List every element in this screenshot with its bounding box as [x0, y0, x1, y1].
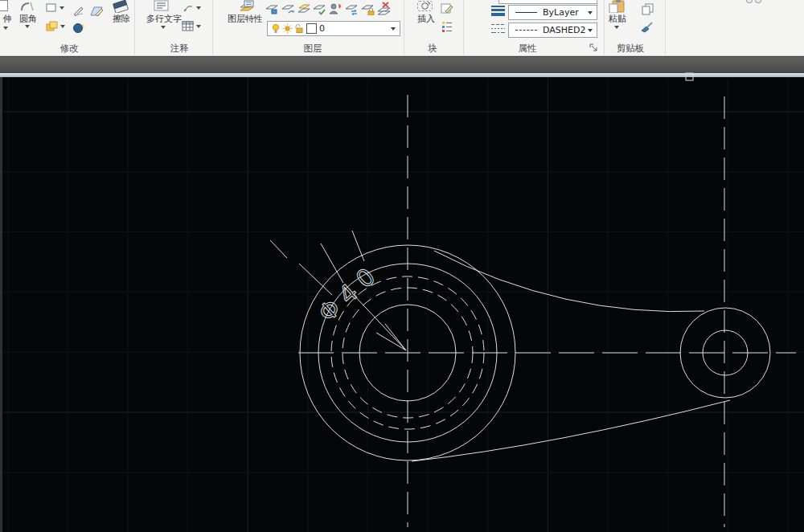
- layer-unlock-icon: [294, 23, 304, 34]
- leader-caret[interactable]: [196, 6, 201, 10]
- paste-dropdown-caret[interactable]: [614, 26, 619, 29]
- layer-lock-icon[interactable]: [360, 2, 375, 15]
- mtext-dropdown-caret[interactable]: [161, 26, 166, 29]
- current-layer-name: 0: [319, 23, 325, 34]
- panel-divider: [665, 0, 666, 55]
- insert-button[interactable]: 插入: [416, 13, 436, 25]
- panel-label-block: 块: [412, 43, 453, 55]
- panel-label-modify: 修改: [48, 43, 90, 55]
- app-window: 伸 圆角: [0, 0, 804, 532]
- stretch-dropdown-caret[interactable]: [3, 27, 8, 30]
- insert-block-icon: [416, 0, 435, 12]
- fillet-icon: [20, 1, 35, 11]
- layer-select-combo[interactable]: 0: [267, 21, 400, 36]
- layer-make-current-icon[interactable]: [265, 2, 279, 15]
- lineweight-value: ByLayer: [543, 7, 579, 18]
- layer-user-icon[interactable]: [327, 2, 343, 15]
- layer-delete-icon[interactable]: [376, 2, 392, 15]
- layer-match-icon[interactable]: [312, 2, 326, 15]
- rectangle-tool-icon[interactable]: [46, 3, 57, 13]
- attribute-manager-icon[interactable]: [441, 20, 453, 33]
- layer-isolate-icon[interactable]: [297, 2, 311, 15]
- panel-label-clipboard: 剪贴板: [604, 43, 657, 55]
- properties-dialog-launcher-icon[interactable]: [589, 43, 598, 52]
- panel-divider: [212, 0, 213, 55]
- lineweight-preview: [515, 12, 537, 13]
- panel-divider: [134, 0, 135, 55]
- mtext-icon: [154, 0, 170, 11]
- edit-pencil-icon[interactable]: [72, 6, 85, 16]
- layer-properties-icon: [238, 0, 255, 12]
- explode-icon[interactable]: [72, 22, 84, 34]
- fillet-dropdown-caret[interactable]: [25, 25, 30, 28]
- table-caret[interactable]: [196, 25, 201, 28]
- copy-objects-icon[interactable]: [46, 21, 59, 33]
- match-properties-brush-icon[interactable]: [640, 21, 654, 33]
- table-icon[interactable]: [182, 21, 194, 32]
- copy-clip-icon[interactable]: [641, 3, 654, 15]
- lineweight-combo-caret[interactable]: [588, 11, 593, 14]
- layer-previous-icon[interactable]: [281, 2, 295, 15]
- layer-combo-caret[interactable]: [391, 27, 396, 31]
- linetype-icon[interactable]: [490, 23, 506, 35]
- canvas-left-edge: [0, 77, 2, 532]
- edit-attribute-icon[interactable]: [441, 2, 453, 14]
- stretch-icon: [0, 0, 8, 11]
- erase-button[interactable]: 擦除: [110, 13, 133, 25]
- leader-icon[interactable]: [183, 3, 194, 13]
- layer-color-swatch: [306, 23, 317, 34]
- copy-objects-caret[interactable]: [60, 25, 65, 28]
- layer-sync-icon[interactable]: [344, 2, 359, 15]
- linetype-combo-caret[interactable]: [588, 29, 593, 32]
- titlebar-dot-icon: [746, 0, 753, 3]
- linetype-value: DASHED2: [543, 25, 585, 35]
- ribbon: 伸 圆角: [0, 0, 804, 56]
- lineweight-icon[interactable]: [490, 5, 506, 16]
- color-combo-partial[interactable]: [498, 0, 597, 4]
- paste-button[interactable]: 粘贴: [608, 13, 627, 25]
- lineweight-combo[interactable]: ByLayer: [508, 5, 597, 20]
- panel-divider: [404, 0, 404, 55]
- linetype-preview: [515, 30, 537, 31]
- panel-label-annotate: 注释: [158, 43, 200, 55]
- titlebar-dot-icon: [755, 0, 761, 3]
- paste-icon: [608, 0, 627, 13]
- stretch-button[interactable]: 伸: [1, 13, 14, 25]
- layer-properties-button[interactable]: 图层特性: [226, 13, 265, 25]
- panel-divider: [463, 0, 464, 55]
- drawing-window-titlebar[interactable]: [0, 56, 804, 73]
- drawing-canvas[interactable]: [0, 77, 804, 532]
- fillet-button[interactable]: 圆角: [18, 13, 39, 25]
- erase-icon: [112, 0, 131, 13]
- layer-thaw-sun-icon: [282, 23, 293, 34]
- mtext-button[interactable]: 多行文字: [145, 13, 183, 25]
- panel-label-layers: 图层: [292, 43, 334, 55]
- linetype-combo[interactable]: DASHED2: [508, 23, 597, 38]
- layer-on-bulb-icon: [271, 23, 281, 35]
- rectangle-tool-caret[interactable]: [59, 6, 64, 10]
- hatch-edit-icon[interactable]: [89, 5, 104, 18]
- panel-label-properties: 属性: [507, 43, 548, 55]
